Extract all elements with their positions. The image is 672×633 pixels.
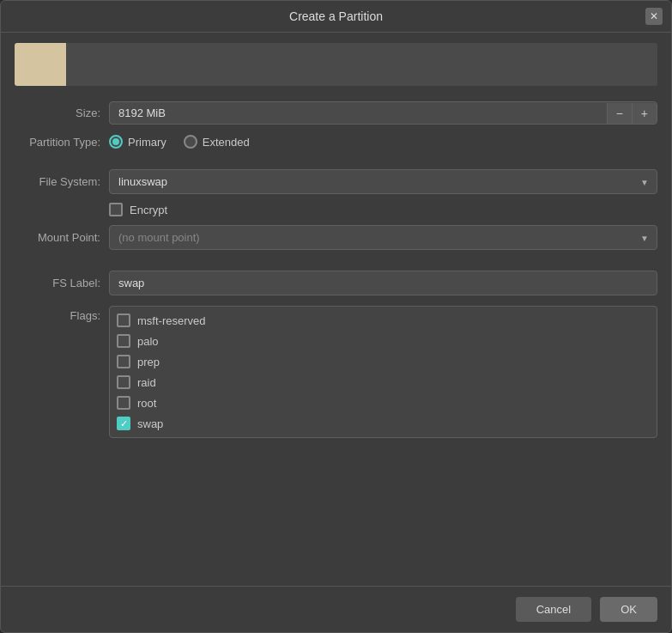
size-input[interactable] (110, 102, 607, 124)
size-input-wrap: − + (109, 101, 657, 125)
flag-swap[interactable]: swap (117, 415, 650, 432)
fs-label-label: FS Label: (15, 277, 100, 289)
radio-extended-label: Extended (203, 136, 250, 149)
flag-palo-label: palo (137, 335, 159, 348)
flag-palo[interactable]: palo (117, 332, 650, 350)
fs-label-input[interactable] (109, 271, 657, 295)
radio-primary-label: Primary (128, 136, 166, 149)
mount-point-select-wrap: (no mount point) / /boot /home ▼ (109, 225, 657, 250)
flag-raid-checkbox[interactable] (117, 375, 130, 389)
dialog-body: Size: − + Partition Type: Primary Exten (1, 33, 671, 586)
title-bar: Create a Partition ✕ (1, 1, 671, 33)
spacer-1 (15, 154, 657, 164)
flags-section: Flags: msft-reserved palo prep raid (15, 301, 657, 443)
flag-prep-checkbox[interactable] (117, 355, 130, 368)
partition-bar-rest (66, 43, 657, 86)
encrypt-row: Encrypt (15, 199, 657, 220)
flag-prep-label: prep (137, 356, 160, 368)
cancel-button[interactable]: Cancel (516, 597, 591, 622)
file-system-row: File System: linuxswap ext4 ext3 fat32 n… (15, 164, 657, 199)
flag-msft-reserved[interactable]: msft-reserved (117, 312, 650, 329)
partition-type-label: Partition Type: (15, 136, 100, 149)
partition-type-row: Partition Type: Primary Extended (15, 130, 657, 154)
file-system-select[interactable]: linuxswap ext4 ext3 fat32 ntfs btrfs (109, 169, 657, 194)
partition-type-radio-group: Primary Extended (109, 135, 250, 149)
flag-raid-label: raid (137, 376, 156, 389)
fs-label-control-wrap (109, 271, 657, 295)
flag-root-label: root (137, 397, 156, 410)
flag-msft-reserved-label: msft-reserved (137, 314, 205, 327)
fs-label-row: FS Label: (15, 265, 657, 301)
flag-root[interactable]: root (117, 394, 650, 411)
ok-button[interactable]: OK (600, 597, 657, 622)
partition-visual-bar (15, 43, 657, 86)
radio-primary-control[interactable] (109, 135, 123, 149)
close-button[interactable]: ✕ (645, 8, 663, 25)
radio-primary[interactable]: Primary (109, 135, 166, 149)
flag-prep[interactable]: prep (117, 353, 650, 370)
size-label: Size: (15, 107, 100, 119)
mount-point-row: Mount Point: (no mount point) / /boot /h… (15, 220, 657, 255)
file-system-label: File System: (15, 175, 100, 188)
flags-list: msft-reserved palo prep raid root (109, 306, 657, 438)
flag-swap-checkbox[interactable] (117, 417, 130, 430)
flags-label: Flags: (15, 306, 100, 322)
flag-swap-label: swap (137, 417, 163, 430)
mount-point-label: Mount Point: (15, 231, 100, 244)
dialog-footer: Cancel OK (1, 586, 671, 632)
size-control-wrap: − + (109, 101, 657, 125)
flag-palo-checkbox[interactable] (117, 334, 130, 348)
radio-extended-control[interactable] (184, 135, 197, 149)
flag-msft-reserved-checkbox[interactable] (117, 313, 130, 327)
flag-raid[interactable]: raid (117, 374, 650, 391)
spacer-2 (15, 255, 657, 265)
file-system-select-wrap: linuxswap ext4 ext3 fat32 ntfs btrfs ▼ (109, 169, 657, 194)
create-partition-dialog: Create a Partition ✕ Size: − + Partition… (0, 0, 672, 633)
size-plus-button[interactable]: + (632, 103, 657, 124)
encrypt-label: Encrypt (130, 204, 167, 216)
partition-swatch (15, 43, 66, 86)
size-row: Size: − + (15, 96, 657, 130)
encrypt-checkbox[interactable] (109, 203, 123, 216)
flag-root-checkbox[interactable] (117, 396, 130, 410)
dialog-title: Create a Partition (289, 9, 383, 23)
mount-point-select[interactable]: (no mount point) / /boot /home (109, 225, 657, 250)
radio-extended[interactable]: Extended (184, 135, 250, 149)
size-minus-button[interactable]: − (607, 103, 632, 124)
